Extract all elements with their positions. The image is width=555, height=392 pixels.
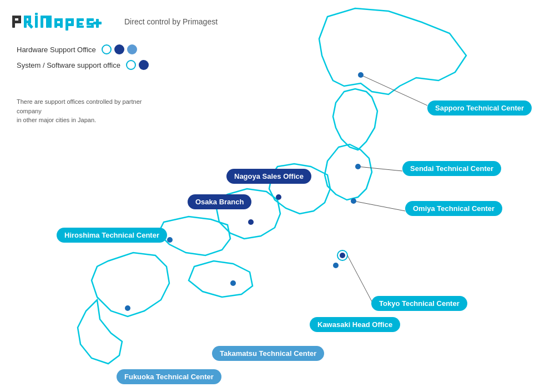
legend-hardware-label: Hardware Support Office xyxy=(17,46,96,54)
svg-rect-37 xyxy=(65,23,74,26)
svg-rect-39 xyxy=(77,18,84,21)
header: Direct control by Primagest xyxy=(11,11,218,32)
legend-software: System / Software support office xyxy=(17,60,149,70)
svg-point-13 xyxy=(230,280,236,286)
hardware-icon-1 xyxy=(102,44,112,54)
logo xyxy=(11,11,111,32)
svg-rect-18 xyxy=(12,21,21,23)
label-nagoya: Nagoya Sales Office xyxy=(226,169,311,184)
label-sendai: Sendai Technical Center xyxy=(402,161,501,176)
software-icon-2 xyxy=(139,60,149,70)
legend-hardware: Hardware Support Office xyxy=(17,44,149,54)
legend: Hardware Support Office System / Softwar… xyxy=(17,44,149,76)
software-icon-1 xyxy=(126,60,136,70)
label-hiroshima: Hiroshima Technical Center xyxy=(57,228,167,243)
svg-point-1 xyxy=(358,72,364,78)
svg-rect-25 xyxy=(35,13,38,15)
svg-rect-31 xyxy=(54,18,57,28)
svg-rect-28 xyxy=(46,16,49,28)
svg-point-12 xyxy=(333,263,339,268)
svg-rect-32 xyxy=(60,18,63,28)
legend-hardware-icons xyxy=(102,44,137,54)
hardware-icon-3 xyxy=(127,44,137,54)
svg-rect-24 xyxy=(35,16,38,28)
header-subtitle: Direct control by Primagest xyxy=(124,17,218,26)
legend-note-line2: in other major cities in Japan. xyxy=(17,117,96,123)
svg-point-6 xyxy=(167,237,173,243)
label-osaka: Osaka Branch xyxy=(188,194,251,209)
svg-point-14 xyxy=(125,305,130,311)
svg-rect-40 xyxy=(77,23,83,25)
legend-software-label: System / Software support office xyxy=(17,61,120,69)
svg-point-8 xyxy=(248,219,254,225)
label-kawasaki: Kawasaki Head Office xyxy=(310,317,400,332)
label-tokyo: Tokyo Technical Center xyxy=(371,296,467,311)
svg-point-7 xyxy=(276,194,281,200)
legend-note-line1: There are support offices controlled by … xyxy=(17,98,142,114)
svg-rect-29 xyxy=(49,16,52,28)
hardware-icon-2 xyxy=(114,44,124,54)
svg-rect-33 xyxy=(54,23,63,26)
svg-point-5 xyxy=(351,198,356,204)
svg-rect-43 xyxy=(87,18,89,23)
label-sapporo: Sapporo Technical Center xyxy=(427,100,532,115)
svg-line-23 xyxy=(28,23,32,28)
svg-point-10 xyxy=(340,253,345,258)
legend-note: There are support offices controlled by … xyxy=(17,97,155,125)
svg-line-2 xyxy=(358,167,402,171)
svg-rect-48 xyxy=(93,22,102,24)
legend-software-icons xyxy=(126,60,149,70)
svg-line-11 xyxy=(347,255,372,301)
logo-svg xyxy=(11,11,111,32)
label-omiya: Omiya Technical Center xyxy=(405,201,502,216)
label-takamatsu: Takamatsu Technical Center xyxy=(212,346,324,361)
svg-rect-41 xyxy=(77,26,84,28)
svg-point-3 xyxy=(355,164,361,169)
svg-rect-46 xyxy=(87,26,94,28)
label-fukuoka: Fukuoka Technical Center xyxy=(117,369,221,384)
svg-rect-44 xyxy=(87,23,94,25)
svg-line-4 xyxy=(354,201,405,211)
svg-rect-22 xyxy=(24,21,31,23)
